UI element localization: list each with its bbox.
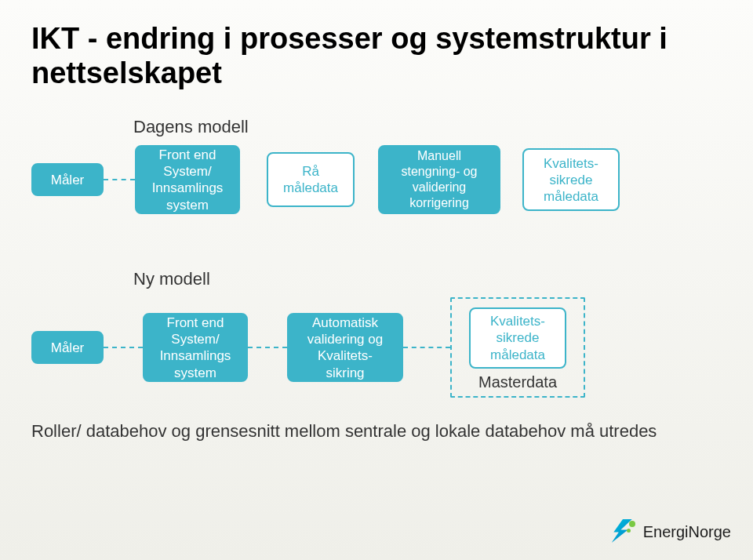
text: måledata	[275, 180, 347, 196]
brand-name: EnergiNorge	[643, 523, 731, 541]
text: korrigering	[386, 195, 493, 211]
connector	[248, 347, 287, 348]
text: System/	[143, 163, 232, 180]
text: måledata	[530, 188, 612, 205]
box-auto-validation: Automatisk validering og Kvalitets- sikr…	[287, 313, 403, 382]
text: system	[143, 197, 232, 213]
box-manual-validation: Manuell stengning- og validering korrige…	[378, 145, 500, 214]
text: Kvalitets-	[477, 313, 558, 329]
text: sikring	[295, 365, 395, 381]
connector	[403, 347, 450, 348]
brand-logo: EnergiNorge	[609, 518, 731, 546]
text: Rå	[275, 163, 347, 180]
box-qa-data-current: Kvalitets- sikrede måledata	[522, 148, 620, 211]
text: Automatisk	[295, 315, 395, 331]
text: stengning- og	[386, 164, 493, 180]
box-raw-data: Rå måledata	[267, 152, 355, 207]
footer-note: Roller/ databehov og grensesnitt mellom …	[31, 421, 753, 442]
text: Innsamlings	[143, 180, 232, 196]
text: Måler	[39, 172, 96, 188]
text: sikrede	[530, 172, 612, 188]
masterdata-container: Kvalitets- sikrede måledata Masterdata	[450, 297, 585, 398]
box-maler-current: Måler	[31, 163, 104, 196]
new-model-row: Måler Front end System/ Innsamlings syst…	[0, 297, 753, 398]
text: validering og	[295, 331, 395, 347]
box-frontend-current: Front end System/ Innsamlings system	[135, 145, 240, 214]
box-maler-new: Måler	[31, 331, 104, 364]
text: Manuell	[386, 148, 493, 164]
text: Front end	[151, 315, 240, 331]
connector	[104, 347, 143, 348]
text: System/	[151, 331, 240, 347]
page-title: IKT - endring i prosesser og systemstruk…	[0, 0, 753, 90]
text: måledata	[477, 347, 558, 363]
text: system	[151, 365, 240, 381]
box-frontend-new: Front end System/ Innsamlings system	[143, 313, 248, 382]
connector	[104, 179, 135, 180]
text: Innsamlings	[151, 347, 240, 364]
text: sikrede	[477, 329, 558, 346]
masterdata-label: Masterdata	[478, 373, 557, 391]
lightning-icon	[609, 518, 637, 546]
current-model-label: Dagens modell	[133, 117, 753, 137]
text: Front end	[143, 147, 232, 163]
text: validering	[386, 180, 493, 195]
new-model-label: Ny modell	[133, 269, 753, 289]
box-qa-data-new: Kvalitets- sikrede måledata	[469, 307, 566, 369]
text: Måler	[39, 340, 96, 356]
current-model-row: Måler Front end System/ Innsamlings syst…	[0, 145, 753, 214]
text: Kvalitets-	[530, 155, 612, 172]
text: Kvalitets-	[295, 347, 395, 364]
